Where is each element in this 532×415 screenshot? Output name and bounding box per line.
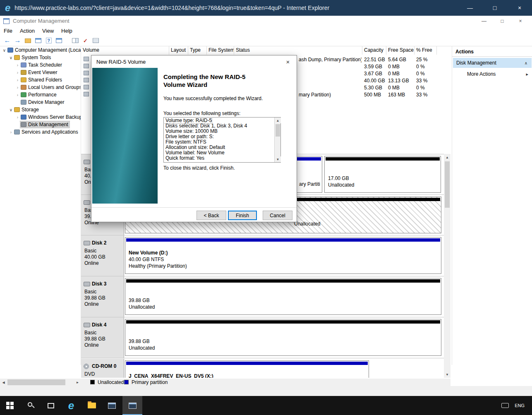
- menu-file[interactable]: File: [0, 28, 16, 34]
- tree-item-disk-management[interactable]: Disk Management: [0, 121, 81, 128]
- volume-name: New Volume (D:): [129, 250, 168, 256]
- browser-minimize-button[interactable]: —: [458, 0, 482, 16]
- disk-4-unallocated-box[interactable]: 39.88 GB Unallocated: [125, 319, 441, 356]
- task-view-button[interactable]: [41, 396, 61, 415]
- chevron-down-icon[interactable]: ∨: [8, 55, 14, 60]
- start-button[interactable]: [0, 396, 20, 415]
- tree-item-performance[interactable]: › Performance: [0, 91, 81, 98]
- chevron-right-icon[interactable]: ›: [15, 93, 20, 97]
- listbox-scrollbar[interactable]: ▲ ▼: [274, 118, 280, 162]
- chevron-right-icon[interactable]: ›: [8, 130, 14, 134]
- scroll-down-icon[interactable]: ▼: [444, 371, 451, 378]
- column-status[interactable]: Status: [234, 46, 362, 55]
- action-check-icon[interactable]: ✓: [81, 36, 90, 45]
- browser-maximize-button[interactable]: □: [482, 0, 507, 16]
- app-titlebar: Computer Management — □ ×: [0, 16, 532, 26]
- scrollbar-thumb[interactable]: [7, 379, 65, 385]
- disk-2-label[interactable]: Disk 2 Basic 40.00 GB Online: [81, 235, 124, 276]
- scroll-up-icon[interactable]: ▲: [275, 118, 281, 123]
- column-type[interactable]: Type: [188, 46, 207, 55]
- column-free-space[interactable]: Free Space: [386, 46, 415, 55]
- chevron-right-icon[interactable]: ›: [15, 78, 20, 82]
- scroll-right-icon[interactable]: ►: [74, 379, 81, 386]
- finish-button[interactable]: Finish: [228, 211, 257, 220]
- console-window-icon[interactable]: [54, 36, 64, 45]
- taskbar-computer-management-active[interactable]: [122, 396, 142, 415]
- chevron-down-icon[interactable]: ∨: [8, 108, 14, 112]
- menu-help[interactable]: Help: [58, 28, 76, 34]
- cdrom-0-label[interactable]: CD-ROM 0 DVD 3.67 GB: [81, 359, 124, 378]
- dialog-close-button[interactable]: ×: [279, 55, 297, 68]
- disk-status: Online: [84, 260, 99, 266]
- tree-item-shared-folders[interactable]: › Shared Folders: [0, 76, 81, 84]
- taskbar-app-console[interactable]: [102, 396, 122, 415]
- menu-bar: File Action View Help: [0, 26, 532, 35]
- disk-size: 39.88 GB: [84, 336, 105, 342]
- chevron-down-icon[interactable]: ∨: [2, 48, 7, 53]
- taskbar-internet-explorer[interactable]: e: [61, 396, 81, 415]
- app-close-button[interactable]: ×: [511, 16, 530, 26]
- cdrom-0-media-box[interactable]: J_CENA_X64FREV_EN-US_DV5 (X:): [125, 360, 369, 378]
- tree-item-label: Windows Server Backup: [28, 114, 81, 120]
- tree-item-computer-management[interactable]: ∨ Computer Management (Local): [0, 46, 81, 54]
- scrollbar-thumb[interactable]: [276, 124, 280, 137]
- tree-item-services-and-applications[interactable]: › Services and Applications: [0, 128, 81, 136]
- scrollbar-thumb[interactable]: [445, 161, 450, 208]
- chevron-right-icon[interactable]: ›: [15, 115, 20, 120]
- menu-action[interactable]: Action: [16, 28, 38, 34]
- help-icon[interactable]: ?: [44, 36, 53, 45]
- tree-item-device-manager[interactable]: Device Manager: [0, 98, 81, 106]
- column-pct-free[interactable]: % Free: [415, 46, 437, 55]
- disk-4-label[interactable]: Disk 4 Basic 39.88 GB Online: [81, 317, 124, 358]
- up-level-icon[interactable]: [23, 36, 33, 45]
- tree-item-event-viewer[interactable]: › Event Viewer: [0, 69, 81, 76]
- unallocated-swatch: [90, 380, 95, 384]
- taskbar-search-button[interactable]: [21, 396, 41, 415]
- actions-disk-management-group[interactable]: Disk Management ∧: [453, 58, 532, 68]
- chevron-up-icon[interactable]: ∧: [525, 61, 527, 65]
- settings-listbox[interactable]: Volume type: RAID-5 Disks selected: Disk…: [163, 117, 281, 163]
- menu-view[interactable]: View: [38, 28, 58, 34]
- chevron-right-icon[interactable]: ›: [15, 63, 20, 67]
- scroll-down-icon[interactable]: ▼: [275, 156, 281, 162]
- browser-titlebar: e https://www.practice-labs.com/?client=…: [0, 0, 532, 16]
- volume-status: mary Partition): [299, 92, 331, 98]
- app-minimize-button[interactable]: —: [475, 16, 493, 26]
- scroll-up-icon[interactable]: ▲: [444, 154, 451, 161]
- tree-item-storage[interactable]: ∨ Storage: [0, 106, 81, 113]
- setting-quick-format[interactable]: Quick format: Yes: [164, 156, 204, 161]
- back-icon[interactable]: ←: [2, 36, 12, 45]
- disk-3-label[interactable]: Disk 3 Basic 39.88 GB Online: [81, 276, 124, 317]
- tree-item-windows-server-backup[interactable]: › Windows Server Backup: [0, 113, 81, 121]
- chevron-right-icon[interactable]: ›: [15, 70, 20, 75]
- keyboard-icon[interactable]: [501, 403, 509, 408]
- column-volume[interactable]: Volume: [81, 46, 169, 55]
- disk-view-scrollbar[interactable]: ▲ ▼: [444, 154, 451, 378]
- tree-item-task-scheduler[interactable]: › Task Scheduler: [0, 61, 81, 69]
- tree-scrollbar[interactable]: ◀ ►: [0, 379, 81, 386]
- browser-close-button[interactable]: ×: [507, 0, 532, 16]
- language-indicator[interactable]: ENG: [515, 403, 525, 408]
- disk-0-unallocated-box[interactable]: 17.00 GB Unallocated: [324, 156, 441, 193]
- tree-item-local-users-and-groups[interactable]: › Local Users and Groups: [0, 84, 81, 91]
- taskbar-file-explorer[interactable]: [82, 396, 102, 415]
- dual-pane-icon[interactable]: [70, 36, 80, 45]
- forward-icon[interactable]: →: [13, 36, 22, 45]
- dialog-titlebar[interactable]: New RAID-5 Volume ×: [91, 55, 297, 68]
- disk-3-unallocated-box[interactable]: 39.88 GB Unallocated: [125, 278, 441, 315]
- more-actions-item[interactable]: More Actions ▸: [453, 70, 532, 79]
- column-capacity[interactable]: Capacity: [362, 46, 386, 55]
- button-separator: [91, 207, 297, 208]
- cancel-button[interactable]: Cancel: [263, 211, 292, 220]
- list-panel-icon[interactable]: [91, 36, 101, 45]
- column-file-system[interactable]: File System: [207, 46, 234, 55]
- tree-item-system-tools[interactable]: ∨ System Tools: [0, 54, 81, 61]
- scroll-left-icon[interactable]: ◀: [0, 379, 7, 386]
- column-layout[interactable]: Layout: [169, 46, 188, 55]
- volume-icon: [84, 78, 89, 82]
- chevron-right-icon[interactable]: ›: [15, 85, 20, 90]
- app-maximize-button[interactable]: □: [493, 16, 511, 26]
- show-console-tree-icon[interactable]: [34, 36, 43, 45]
- disk-2-volume-box[interactable]: New Volume (D:) 40.00 GB NTFS Healthy (P…: [125, 237, 441, 274]
- back-button[interactable]: < Back: [197, 211, 226, 220]
